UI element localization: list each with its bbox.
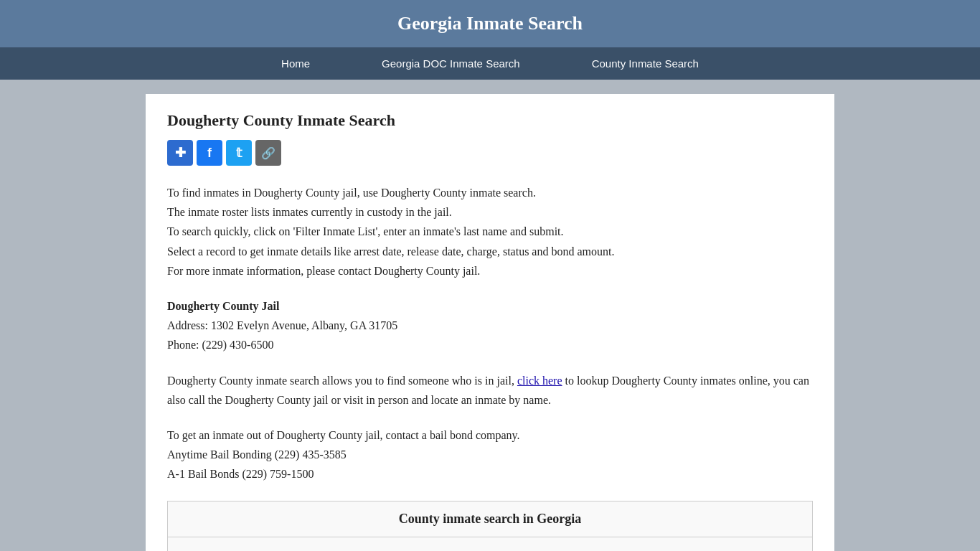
page-title: Dougherty County Inmate Search [167, 111, 813, 130]
site-title: Georgia Inmate Search [7, 13, 973, 34]
bail-company-2: A-1 Bail Bonds (229) 759-1500 [167, 464, 813, 484]
county-section: County inmate search in Georgia Atkinson… [167, 501, 813, 551]
share-buttons: ✚ f 𝕥 🔗 [167, 140, 813, 166]
nav-ga-doc[interactable]: Georgia DOC Inmate Search [346, 47, 556, 80]
jail-info: Dougherty County Jail Address: 1302 Evel… [167, 296, 813, 355]
twitter-button[interactable]: 𝕥 [226, 140, 252, 166]
share-button[interactable]: ✚ [167, 140, 193, 166]
desc-line-4: Select a record to get inmate details li… [167, 242, 813, 261]
description: To find inmates in Dougherty County jail… [167, 183, 813, 281]
county-section-title: County inmate search in Georgia [168, 501, 812, 537]
address-label: Address: [167, 319, 208, 331]
nav-county-search[interactable]: County Inmate Search [556, 47, 735, 80]
jail-phone: Phone: (229) 430-6500 [167, 335, 813, 354]
phone-label: Phone: [167, 339, 199, 351]
county-grid: AtkinsonBanksBarrowBartowBen HillBerrien… [168, 537, 812, 551]
site-header: Georgia Inmate Search [0, 0, 980, 47]
desc-line-5: For more inmate information, please cont… [167, 261, 813, 281]
online-search-text: Dougherty County inmate search allows yo… [167, 371, 813, 410]
jail-name: Dougherty County Jail [167, 296, 813, 316]
address-value: 1302 Evelyn Avenue, Albany, GA 31705 [211, 319, 397, 331]
jail-address: Address: 1302 Evelyn Avenue, Albany, GA … [167, 316, 813, 335]
bail-info: To get an inmate out of Dougherty County… [167, 425, 813, 484]
phone-value: (229) 430-6500 [202, 339, 273, 351]
bail-company-1: Anytime Bail Bonding (229) 435-3585 [167, 445, 813, 464]
copy-link-button[interactable]: 🔗 [255, 140, 281, 166]
online-search-before: Dougherty County inmate search allows yo… [167, 375, 514, 387]
main-wrapper: Dougherty County Inmate Search ✚ f 𝕥 🔗 T… [0, 80, 980, 551]
click-here-link[interactable]: click here [517, 375, 562, 387]
nav-home[interactable]: Home [245, 47, 346, 80]
main-nav: Home Georgia DOC Inmate Search County In… [0, 47, 980, 80]
main-content: Dougherty County Inmate Search ✚ f 𝕥 🔗 T… [146, 94, 834, 551]
desc-line-2: The inmate roster lists inmates currentl… [167, 202, 813, 222]
desc-line-3: To search quickly, click on 'Filter Inma… [167, 222, 813, 241]
facebook-button[interactable]: f [197, 140, 222, 166]
bail-intro: To get an inmate out of Dougherty County… [167, 425, 813, 445]
desc-line-1: To find inmates in Dougherty County jail… [167, 183, 813, 202]
